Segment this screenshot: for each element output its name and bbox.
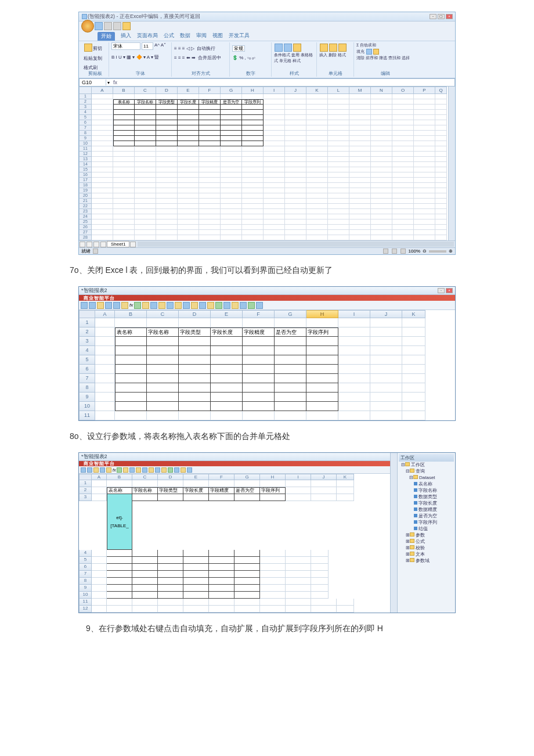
cell[interactable] [275,374,306,383]
cell[interactable] [156,204,178,209]
cell[interactable] [371,235,392,240]
cell[interactable] [414,230,435,235]
cell[interactable] [243,365,275,374]
cell[interactable] [371,105,392,110]
cell[interactable] [183,550,209,557]
cell[interactable] [306,411,338,420]
cell[interactable] [371,120,392,125]
cell[interactable] [156,178,178,183]
cell[interactable] [178,115,199,120]
cell[interactable] [242,225,264,230]
row-header[interactable]: 10 [79,402,95,411]
row-header[interactable]: 23 [79,209,92,214]
cell[interactable] [306,225,328,230]
cell[interactable] [178,167,199,172]
cell[interactable] [285,209,306,214]
cell[interactable] [158,571,183,578]
cell[interactable] [402,337,425,346]
cell[interactable] [286,487,311,494]
cell[interactable] [392,162,414,167]
cell[interactable] [306,136,328,141]
cell[interactable] [275,383,306,393]
cell[interactable] [92,225,113,230]
cell[interactable] [306,383,338,393]
number-icons[interactable]: 💲 % , ◦₀ ₀◦ [232,55,255,60]
cell[interactable] [338,374,370,383]
macro-icon[interactable] [93,249,98,254]
cell[interactable] [115,383,147,393]
cell[interactable] [328,162,349,167]
cell[interactable]: 字段名称 [135,99,156,105]
cell[interactable] [221,94,242,99]
cell[interactable] [135,183,156,188]
cell[interactable]: 字段长度 [178,99,199,105]
col-header[interactable]: D [156,87,178,94]
cell[interactable] [337,606,354,613]
col-header[interactable]: H [260,474,286,480]
cell[interactable] [337,480,354,487]
cell[interactable] [92,115,113,120]
cell[interactable] [221,157,242,162]
cell[interactable] [147,374,179,383]
name-box[interactable]: G10 [80,80,106,85]
cell[interactable] [156,120,178,125]
cell[interactable] [242,204,264,209]
cell[interactable] [221,141,242,146]
cell[interactable] [135,157,156,162]
cell[interactable] [414,136,435,141]
cell[interactable] [92,188,113,193]
cell[interactable] [156,141,178,146]
cell[interactable] [371,193,392,199]
cell[interactable] [179,337,211,346]
cell[interactable] [338,355,370,365]
cell[interactable] [260,571,286,578]
cell[interactable] [264,172,285,178]
cell[interactable] [211,374,243,383]
cell[interactable] [435,193,447,199]
row-header[interactable]: 4 [79,110,92,115]
cell[interactable] [209,557,234,564]
cell[interactable] [392,172,414,178]
col-header[interactable]: N [371,87,392,94]
cell[interactable] [221,183,242,188]
cell[interactable] [156,199,178,204]
cell[interactable] [132,599,158,606]
cell[interactable] [234,557,260,564]
cell[interactable]: 字段名称 [147,327,179,337]
cell[interactable] [414,178,435,183]
cell[interactable] [414,204,435,209]
insert-cell-icon[interactable] [320,44,328,52]
cell[interactable] [199,235,221,240]
cell[interactable]: 字段精度 [243,327,275,337]
tool-icon[interactable] [100,467,105,473]
cell[interactable] [338,318,370,327]
cell[interactable] [306,374,338,383]
cell[interactable] [199,141,221,146]
cell[interactable] [199,204,221,209]
cell[interactable] [402,318,425,327]
cell[interactable] [286,557,311,564]
row-header[interactable]: 12 [79,152,92,157]
cell[interactable] [306,152,328,157]
cell[interactable] [435,172,447,178]
cell[interactable] [349,157,371,162]
cell[interactable] [306,188,328,193]
col-header[interactable]: P [414,87,435,94]
cell[interactable] [92,487,107,494]
cell[interactable] [132,606,158,613]
cell[interactable] [349,193,371,199]
tool-icon[interactable] [248,302,255,309]
tool-icon[interactable] [256,302,263,309]
cell[interactable] [211,337,243,346]
cell[interactable] [264,199,285,204]
cell[interactable] [95,318,115,327]
cell[interactable] [115,402,147,411]
cell[interactable] [135,162,156,167]
cell[interactable] [306,219,328,225]
cell[interactable] [349,199,371,204]
tool-icon[interactable] [187,467,192,473]
row-header[interactable]: 15 [79,167,92,172]
cell[interactable] [264,99,285,105]
col-header[interactable]: M [349,87,371,94]
zoom-in[interactable]: ⊕ [449,249,453,254]
